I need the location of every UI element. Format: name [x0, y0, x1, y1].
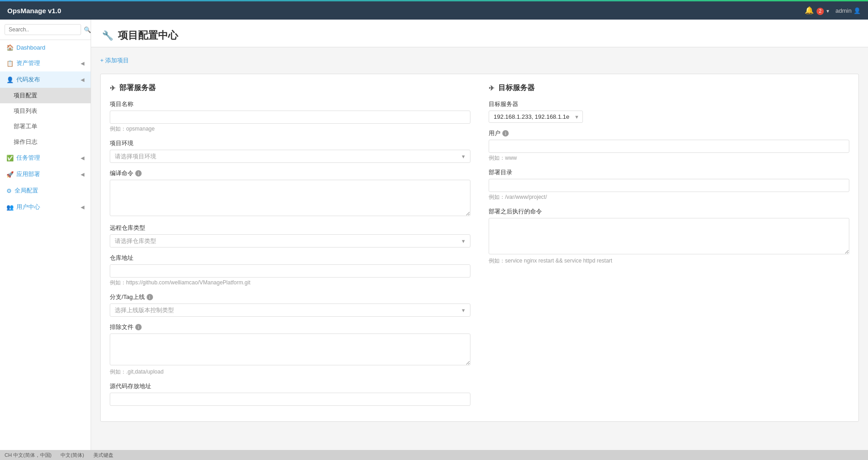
post-deploy-cmd-group: 部署之后执行的命令 例如：service nginx restart && se… [489, 207, 849, 265]
sub-item-label: 操作日志 [14, 138, 37, 146]
layout: 🔍 🏠 Dashboard 📋 资产管理 ◀ 👤 代码发布 ◀ 项目配置 [0, 20, 868, 450]
form-container: ✈ 部署服务器 项目名称 例如：opsmanage 项目 [100, 74, 859, 422]
sidebar-item-task[interactable]: ✅ 任务管理 ◀ [0, 150, 91, 166]
deploy-dir-hint: 例如：/var/www/project/ [489, 193, 849, 201]
user-input[interactable] [489, 140, 849, 153]
target-server-select-wrap: 192.168.1.233, 192.168.1.1e ▼ [489, 111, 583, 123]
user-menu[interactable]: admin 👤 [836, 7, 861, 14]
deploy-section-title: ✈ 部署服务器 [110, 83, 470, 93]
project-name-hint: 例如：opsmanage [110, 125, 470, 133]
sidebar-item-deploy[interactable]: 👤 代码发布 ◀ [0, 71, 91, 88]
target-section-icon: ✈ [489, 84, 495, 92]
sidebar-item-user-center[interactable]: 👥 用户中心 ◀ [0, 199, 91, 215]
user-icon: 👤 [853, 7, 861, 14]
repo-type-label: 远程仓库类型 [110, 224, 470, 232]
target-server-section: ✈ 目标服务器 目标服务器 192.168.1.233, 192.168.1.1… [489, 83, 849, 412]
chevron-left-icon: ◀ [81, 204, 84, 210]
project-name-group: 项目名称 例如：opsmanage [110, 100, 470, 133]
dropdown-arrow-icon: ▼ [826, 9, 830, 14]
statusbar: CH 中文(简体，中国) 中文(简体) 美式键盘 [0, 450, 868, 460]
post-deploy-cmd-label: 部署之后执行的命令 [489, 207, 849, 216]
repo-url-hint: 例如：https://github.com/welliamcao/VManage… [110, 279, 470, 287]
global-config-icon: ⚙ [6, 187, 12, 194]
statusbar-lang2: 中文(简体) [61, 452, 84, 459]
repo-type-select-wrap: 请选择仓库类型 ▼ [110, 234, 470, 248]
sub-item-label: 部署工单 [14, 122, 37, 131]
sidebar-item-global-config[interactable]: ⚙ 全局配置 [0, 182, 91, 199]
code-storage-input[interactable] [110, 393, 470, 406]
bell-icon: 🔔 [805, 6, 814, 14]
sidebar-search-area: 🔍 [0, 20, 91, 40]
code-storage-label: 源代码存放地址 [110, 382, 470, 390]
notification-bell[interactable]: 🔔 2 ▼ [805, 6, 830, 15]
statusbar-lang1: CH 中文(简体，中国) [5, 452, 51, 459]
sidebar-sub-item-project-list[interactable]: 项目列表 [0, 103, 91, 119]
exclude-files-textarea[interactable] [110, 334, 470, 365]
compile-cmd-info-icon: i [135, 170, 142, 177]
branch-tag-select[interactable]: 选择上线版本控制类型 [110, 303, 470, 317]
project-env-label: 项目环境 [110, 139, 470, 147]
repo-type-select[interactable]: 请选择仓库类型 [110, 234, 470, 248]
sidebar-item-asset[interactable]: 📋 资产管理 ◀ [0, 55, 91, 71]
project-env-select[interactable]: 请选择项目环境 [110, 150, 470, 163]
code-storage-group: 源代码存放地址 [110, 382, 470, 406]
branch-tag-select-wrap: 选择上线版本控制类型 ▼ [110, 303, 470, 317]
chevron-left-icon: ◀ [81, 77, 84, 83]
sidebar-sub-item-operation-log[interactable]: 操作日志 [0, 134, 91, 150]
sidebar-item-label: Dashboard [16, 44, 46, 51]
exclude-files-group: 排除文件 i 例如：.git,data/upload [110, 323, 470, 376]
post-deploy-cmd-textarea[interactable] [489, 218, 849, 254]
statusbar-keyboard: 美式键盘 [93, 452, 113, 459]
sidebar-item-dashboard[interactable]: 🏠 Dashboard [0, 40, 91, 55]
compile-cmd-group: 编译命令 i [110, 169, 470, 217]
sidebar-sub-item-project-config[interactable]: 项目配置 [0, 88, 91, 103]
statusbar-lang1-label: CH 中文(简体，中国) [5, 452, 51, 459]
main-content: 🔧 项目配置中心 + 添加项目 ✈ 部署服务器 项目名称 [91, 20, 868, 450]
content-area: + 添加项目 ✈ 部署服务器 项目名称 例如：opsmanage [91, 47, 868, 429]
user-group: 用户 i 例如：www [489, 129, 849, 162]
deploy-server-section: ✈ 部署服务器 项目名称 例如：opsmanage 项目 [110, 83, 470, 412]
asset-icon: 📋 [6, 60, 14, 67]
app-brand: OpsManage v1.0 [7, 7, 61, 15]
compile-cmd-label: 编译命令 i [110, 169, 470, 177]
compile-cmd-textarea[interactable] [110, 180, 470, 216]
search-input[interactable] [5, 24, 81, 35]
sidebar-item-label: 应用部署 [16, 170, 40, 178]
user-info-icon: i [502, 130, 509, 136]
repo-url-input[interactable] [110, 264, 470, 278]
page-title: 项目配置中心 [118, 29, 178, 42]
sidebar-item-app-deploy[interactable]: 🚀 应用部署 ◀ [0, 166, 91, 182]
repo-type-group: 远程仓库类型 请选择仓库类型 ▼ [110, 224, 470, 248]
sidebar-sub-item-deploy-task[interactable]: 部署工单 [0, 119, 91, 134]
deploy-section-icon: ✈ [110, 84, 116, 92]
search-button[interactable]: 🔍 [84, 26, 91, 33]
project-name-input[interactable] [110, 111, 470, 124]
deploy-dir-label: 部署目录 [489, 168, 849, 177]
task-icon: ✅ [6, 155, 14, 162]
chevron-left-icon: ◀ [81, 172, 84, 177]
user-label: 用户 i [489, 129, 849, 137]
sidebar-item-label: 全局配置 [15, 187, 38, 195]
sub-item-label: 项目配置 [14, 91, 37, 100]
sidebar-item-label: 用户中心 [16, 203, 40, 211]
repo-url-group: 仓库地址 例如：https://github.com/welliamcao/VM… [110, 254, 470, 287]
target-server-select[interactable]: 192.168.1.233, 192.168.1.1e [489, 111, 583, 123]
sidebar-item-label: 代码发布 [16, 76, 40, 84]
branch-tag-label: 分支/Tag上线 i [110, 293, 470, 301]
add-project-button[interactable]: + 添加项目 [100, 55, 129, 66]
statusbar-lang2-label: 中文(简体) [61, 452, 84, 459]
deploy-dir-input[interactable] [489, 179, 849, 192]
chevron-left-icon: ◀ [81, 155, 84, 161]
navbar-right: 🔔 2 ▼ admin 👤 [805, 6, 861, 15]
sidebar-item-label: 任务管理 [16, 154, 40, 162]
exclude-files-info-icon: i [135, 324, 142, 330]
target-section-title: ✈ 目标服务器 [489, 83, 849, 93]
user-center-icon: 👥 [6, 204, 14, 211]
bell-badge: 2 [817, 8, 824, 15]
user-hint: 例如：www [489, 154, 849, 162]
deploy-icon: 👤 [6, 76, 14, 83]
project-name-label: 项目名称 [110, 100, 470, 108]
project-env-group: 项目环境 请选择项目环境 ▼ [110, 139, 470, 163]
sidebar-menu: 🏠 Dashboard 📋 资产管理 ◀ 👤 代码发布 ◀ 项目配置 项目列表 [0, 40, 91, 450]
wrench-icon: 🔧 [102, 30, 113, 41]
